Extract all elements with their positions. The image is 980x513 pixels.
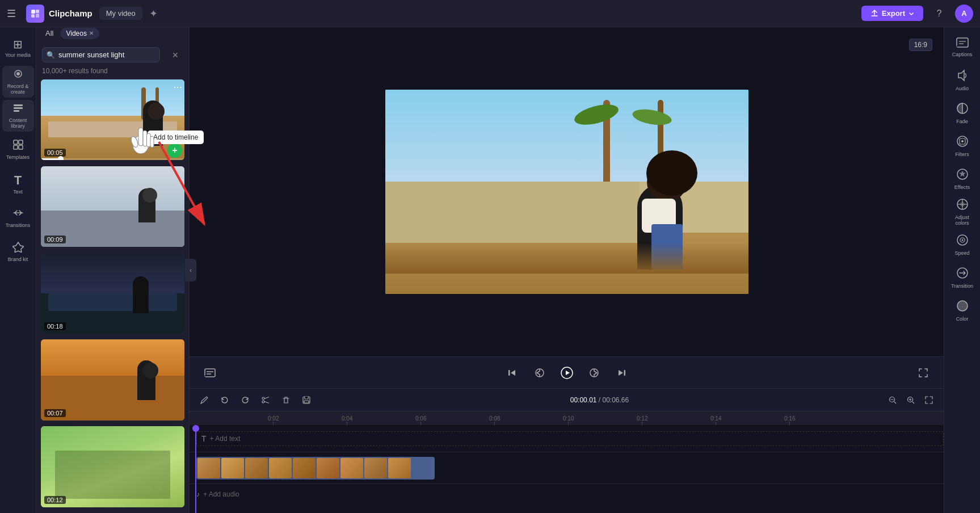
speed-icon bbox=[956, 234, 969, 249]
right-tool-audio[interactable]: Audio bbox=[947, 65, 978, 96]
captions-icon bbox=[956, 37, 969, 51]
panel-grid: 00:05 ⋯ + 00:09 bbox=[36, 79, 189, 513]
svg-rect-18 bbox=[508, 370, 510, 376]
ruler-tick-0-06: 0:06 bbox=[415, 415, 426, 425]
player-center-controls bbox=[503, 364, 630, 382]
video-thumb-4[interactable]: 00:07 bbox=[41, 339, 184, 420]
timeline-playhead[interactable] bbox=[195, 425, 196, 513]
zoom-controls bbox=[885, 392, 937, 408]
right-tool-fade[interactable]: Fade bbox=[947, 98, 978, 129]
undo-button[interactable] bbox=[217, 392, 233, 408]
search-input[interactable] bbox=[42, 47, 160, 62]
fit-to-view-button[interactable] bbox=[921, 392, 937, 408]
app-logo: Clipchamp bbox=[26, 5, 92, 23]
user-avatar[interactable]: A bbox=[955, 5, 973, 23]
timeline-toolbar: 00:00.01 / 00:06.66 bbox=[190, 389, 944, 411]
add-text-button[interactable]: T + Add text bbox=[196, 431, 944, 446]
sidebar-item-text[interactable]: T Text bbox=[2, 168, 34, 200]
zoom-in-button[interactable] bbox=[903, 392, 919, 408]
magic-icon[interactable]: ✦ bbox=[149, 7, 158, 20]
thumb-1-duration: 00:05 bbox=[44, 149, 66, 157]
play-button[interactable] bbox=[558, 364, 576, 382]
fade-icon bbox=[956, 102, 969, 117]
zoom-out-button[interactable] bbox=[885, 392, 901, 408]
clip-frame-9 bbox=[388, 458, 411, 478]
search-clear-icon[interactable]: ✕ bbox=[172, 51, 179, 60]
thumb-1-more[interactable]: ⋯ bbox=[173, 82, 182, 92]
menu-icon[interactable]: ☰ bbox=[7, 7, 16, 20]
logo-icon bbox=[26, 5, 44, 23]
svg-point-23 bbox=[262, 397, 264, 400]
panel-wrapper: All Videos ✕ 🔍 ✕ 10,000+ results found bbox=[36, 27, 190, 513]
video-thumb-3[interactable]: 00:18 bbox=[41, 253, 184, 334]
app-name: Clipchamp bbox=[49, 9, 92, 18]
video-track-row bbox=[190, 452, 944, 484]
redo-button[interactable] bbox=[237, 392, 253, 408]
add-audio-button[interactable]: ♪ + Add audio bbox=[196, 490, 239, 498]
video-thumb-2[interactable]: 00:09 bbox=[41, 166, 184, 247]
svg-rect-7 bbox=[14, 107, 23, 109]
svg-rect-14 bbox=[205, 369, 215, 377]
svg-rect-1 bbox=[36, 10, 39, 13]
clip-frame-4 bbox=[269, 458, 292, 478]
content-library-icon bbox=[12, 102, 24, 116]
svg-marker-13 bbox=[12, 242, 24, 253]
results-count: 10,000+ results found bbox=[36, 67, 189, 79]
right-tool-color[interactable]: Color bbox=[947, 295, 978, 327]
video-clip[interactable] bbox=[196, 457, 435, 480]
sidebar-item-content-library[interactable]: Contentlibrary bbox=[2, 100, 34, 132]
sidebar-item-record[interactable]: Record &create bbox=[2, 66, 34, 98]
svg-marker-32 bbox=[958, 70, 964, 81]
center-area: 16:9 bbox=[190, 27, 944, 513]
timeline-time-total: 00:06.66 bbox=[603, 396, 629, 404]
adjust-colors-icon bbox=[956, 198, 969, 213]
save-button[interactable] bbox=[298, 392, 314, 408]
effects-icon bbox=[956, 168, 969, 183]
timeline-tracks: T + Add text bbox=[190, 425, 944, 513]
skip-back-button[interactable] bbox=[503, 364, 521, 382]
right-tool-speed[interactable]: Speed bbox=[947, 229, 978, 261]
audio-track-row: ♪ + Add audio bbox=[190, 484, 944, 504]
filter-all[interactable]: All bbox=[42, 27, 57, 39]
sidebar-item-brand-kit[interactable]: Brand kit bbox=[2, 236, 34, 268]
aspect-ratio-badge[interactable]: 16:9 bbox=[909, 39, 932, 51]
right-tool-captions[interactable]: Captions bbox=[947, 32, 978, 64]
right-tool-adjust-colors[interactable]: Adjustcolors bbox=[947, 196, 978, 228]
sidebar-item-your-media[interactable]: ⊞ Your media bbox=[2, 32, 34, 64]
ruler-tick-0-12: 0:12 bbox=[637, 415, 647, 425]
right-tool-transition[interactable]: Transition bbox=[947, 262, 978, 294]
fullscreen-button[interactable] bbox=[914, 364, 932, 382]
forward-button[interactable] bbox=[585, 364, 603, 382]
svg-rect-8 bbox=[14, 110, 19, 112]
export-button[interactable]: Export bbox=[861, 6, 923, 21]
video-thumb-1[interactable]: 00:05 ⋯ + bbox=[41, 79, 184, 160]
svg-point-5 bbox=[16, 72, 20, 75]
timeline-time-current: 00:00.01 bbox=[570, 396, 597, 404]
filter-videos-tag[interactable]: Videos ✕ bbox=[60, 28, 99, 39]
captions-toggle-button[interactable] bbox=[201, 364, 219, 382]
sidebar-item-templates[interactable]: Templates bbox=[2, 134, 34, 166]
project-title[interactable]: My video bbox=[99, 7, 142, 20]
panel-collapse-button[interactable]: ‹ bbox=[185, 259, 196, 281]
clip-frame-3 bbox=[245, 458, 268, 478]
color-icon bbox=[956, 300, 969, 315]
clip-frame-7 bbox=[340, 458, 363, 478]
right-tool-effects[interactable]: Effects bbox=[947, 163, 978, 195]
record-icon bbox=[12, 68, 24, 82]
skip-forward-button[interactable] bbox=[612, 364, 630, 382]
filter-videos-remove[interactable]: ✕ bbox=[89, 30, 94, 36]
video-thumb-5[interactable]: 00:12 bbox=[41, 426, 184, 507]
draw-tool-button[interactable] bbox=[196, 392, 212, 408]
rewind-button[interactable] bbox=[531, 364, 549, 382]
player-left-controls bbox=[201, 364, 219, 382]
svg-rect-11 bbox=[14, 145, 18, 149]
svg-rect-0 bbox=[31, 10, 35, 14]
topbar: ☰ Clipchamp My video ✦ Export ? A bbox=[0, 0, 980, 27]
templates-icon bbox=[12, 139, 24, 153]
sidebar-item-transitions[interactable]: Transitions bbox=[2, 202, 34, 234]
help-button[interactable]: ? bbox=[930, 5, 948, 23]
cut-button[interactable] bbox=[258, 392, 274, 408]
delete-button[interactable] bbox=[278, 392, 294, 408]
video-frame bbox=[385, 90, 748, 294]
right-tool-filters[interactable]: Filters bbox=[947, 131, 978, 162]
